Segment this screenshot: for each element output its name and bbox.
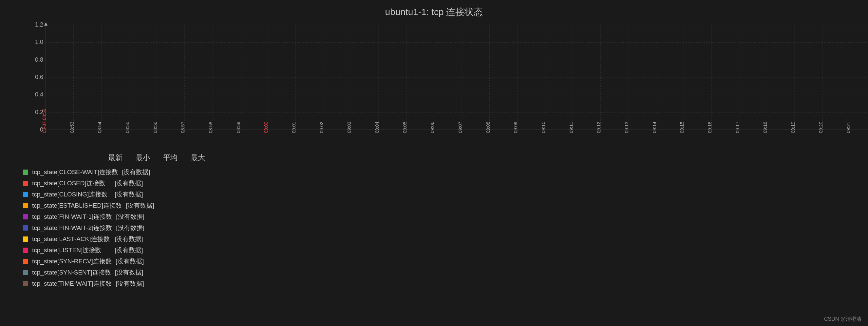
svg-text:03-07 08:52: 03-07 08:52 <box>41 109 47 133</box>
svg-text:08:57: 08:57 <box>180 122 185 133</box>
legend-item-label: tcp_state[TIME-WAIT]连接数 <box>32 279 112 288</box>
chart-svg: 1.21.00.80.60.40.2003-07 08:5208:5308:54… <box>23 22 868 163</box>
svg-text:08:59: 08:59 <box>236 122 241 133</box>
svg-text:08:56: 08:56 <box>153 122 158 133</box>
legend-color-swatch <box>23 248 28 253</box>
list-item: tcp_state[CLOSE-WAIT]连接数[没有数据] <box>23 168 862 176</box>
svg-text:09:05: 09:05 <box>402 122 407 133</box>
list-item: tcp_state[TIME-WAIT]连接数[没有数据] <box>23 279 862 288</box>
svg-text:09:07: 09:07 <box>458 122 463 133</box>
svg-text:09:11: 09:11 <box>569 122 574 133</box>
legend-item-value: [没有数据] <box>115 235 143 243</box>
legend-item-value: [没有数据] <box>122 168 150 176</box>
legend-color-swatch <box>23 237 28 242</box>
legend-item-label: tcp_state[ESTABLISHED]连接数 <box>32 201 122 210</box>
plot-wrapper: 1.21.00.80.60.40.2003-07 08:5208:5308:54… <box>23 22 868 143</box>
list-item: tcp_state[LISTEN]连接数[没有数据] <box>23 246 862 254</box>
svg-text:08:58: 08:58 <box>208 122 213 133</box>
legend-item-label: tcp_state[FIN-WAIT-1]连接数 <box>32 213 112 221</box>
legend-color-swatch <box>23 192 28 197</box>
svg-text:09:06: 09:06 <box>430 122 435 133</box>
legend-item-value: [没有数据] <box>115 190 143 199</box>
legend-item-value: [没有数据] <box>116 213 145 221</box>
svg-text:09:00: 09:00 <box>264 122 269 133</box>
chart-title: ubuntu1-1: tcp 连接状态 <box>0 0 868 22</box>
svg-text:1.0: 1.0 <box>35 39 43 45</box>
svg-text:09:04: 09:04 <box>374 122 380 133</box>
chart-container: ubuntu1-1: tcp 连接状态 1.21.00.80.60.40.200… <box>0 0 868 326</box>
svg-text:08:55: 08:55 <box>125 122 130 133</box>
legend-item-value: [没有数据] <box>115 246 143 254</box>
svg-text:09:02: 09:02 <box>319 122 324 133</box>
legend-item-label: tcp_state[CLOSING]连接数 <box>32 190 111 199</box>
legend-color-swatch <box>23 225 28 230</box>
legend-items: tcp_state[CLOSE-WAIT]连接数[没有数据]tcp_state[… <box>23 168 862 288</box>
svg-text:0.4: 0.4 <box>35 91 43 98</box>
legend-item-value: [没有数据] <box>126 201 154 210</box>
svg-text:09:21: 09:21 <box>846 122 851 133</box>
list-item: tcp_state[LAST-ACK]连接数[没有数据] <box>23 235 862 243</box>
svg-text:09:03: 09:03 <box>346 122 352 133</box>
list-item: tcp_state[FIN-WAIT-1]连接数[没有数据] <box>23 213 862 221</box>
legend-color-swatch <box>23 214 28 219</box>
list-item: tcp_state[ESTABLISHED]连接数[没有数据] <box>23 201 862 210</box>
legend-item-label: tcp_state[LAST-ACK]连接数 <box>32 235 111 243</box>
legend-color-swatch <box>23 169 28 175</box>
svg-text:09:09: 09:09 <box>513 122 518 133</box>
svg-text:09:16: 09:16 <box>707 122 712 133</box>
svg-text:1.2: 1.2 <box>35 22 43 28</box>
svg-text:09:13: 09:13 <box>624 122 629 133</box>
list-item: tcp_state[CLOSED]连接数[没有数据] <box>23 179 862 188</box>
list-item: tcp_state[SYN-SENT]连接数[没有数据] <box>23 268 862 277</box>
legend-color-swatch <box>23 203 28 208</box>
legend-item-label: tcp_state[SYN-RECV]连接数 <box>32 257 112 266</box>
legend-color-swatch <box>23 281 28 286</box>
legend-color-swatch <box>23 259 28 264</box>
svg-text:09:01: 09:01 <box>291 122 297 133</box>
legend-item-label: tcp_state[CLOSE-WAIT]连接数 <box>32 168 118 176</box>
legend-item-value: [没有数据] <box>115 179 143 188</box>
svg-text:0.6: 0.6 <box>35 74 43 80</box>
watermark: CSDN @清橙清 <box>824 316 862 323</box>
plot-inner: 1.21.00.80.60.40.2003-07 08:5208:5308:54… <box>23 22 868 143</box>
svg-text:09:17: 09:17 <box>735 122 740 133</box>
list-item: tcp_state[FIN-WAIT-2]连接数[没有数据] <box>23 224 862 232</box>
list-item: tcp_state[SYN-RECV]连接数[没有数据] <box>23 257 862 266</box>
legend-item-value: [没有数据] <box>116 224 145 232</box>
legend-item-value: [没有数据] <box>116 279 144 288</box>
legend-item-label: tcp_state[SYN-SENT]连接数 <box>32 268 111 277</box>
legend-color-swatch <box>23 270 28 275</box>
legend-item-label: tcp_state[LISTEN]连接数 <box>32 246 111 254</box>
svg-text:09:20: 09:20 <box>818 122 824 133</box>
legend-item-value: [没有数据] <box>115 268 144 277</box>
y-axis <box>0 22 23 143</box>
svg-text:09:19: 09:19 <box>790 122 796 133</box>
svg-text:09:14: 09:14 <box>652 122 657 133</box>
list-item: tcp_state[CLOSING]连接数[没有数据] <box>23 190 862 199</box>
legend-item-label: tcp_state[FIN-WAIT-2]连接数 <box>32 224 112 232</box>
bottom-section: 最新 最小 平均 最大 tcp_state[CLOSE-WAIT]连接数[没有数… <box>0 143 868 295</box>
svg-text:09:18: 09:18 <box>763 122 768 133</box>
legend-item-value: [没有数据] <box>116 257 144 266</box>
legend-item-label: tcp_state[CLOSED]连接数 <box>32 179 111 188</box>
svg-text:09:10: 09:10 <box>541 122 546 133</box>
svg-text:0.8: 0.8 <box>35 56 43 63</box>
svg-text:09:12: 09:12 <box>596 122 601 133</box>
svg-text:08:53: 08:53 <box>69 122 75 133</box>
svg-text:08:54: 08:54 <box>97 122 102 133</box>
svg-text:09:15: 09:15 <box>679 122 685 133</box>
legend-color-swatch <box>23 181 28 186</box>
svg-text:09:08: 09:08 <box>486 122 491 133</box>
